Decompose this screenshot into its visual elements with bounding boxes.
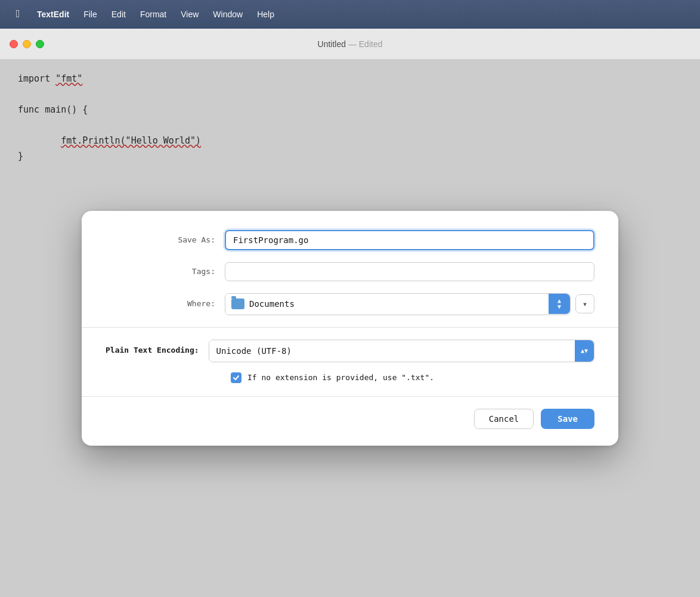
title-name: Untitled	[318, 39, 346, 49]
apple-icon: 	[16, 8, 20, 20]
dialog-body: Save As: Tags: Where:	[82, 211, 618, 315]
encoding-select-wrapper: Unicode (UTF-8) ▲ ▼	[209, 340, 594, 362]
encoding-stepper[interactable]: ▲ ▼	[575, 340, 594, 362]
where-select-wrapper: Documents ▲ ▼	[225, 293, 571, 315]
menu-file[interactable]: File	[78, 7, 103, 21]
window-title: Untitled — Edited	[318, 39, 383, 49]
editor-area[interactable]: import "fmt" func main() { fmt.Println("…	[0, 60, 700, 597]
menubar:  TextEdit File Edit Format View Window …	[0, 0, 700, 29]
save-as-row: Save As:	[106, 230, 594, 250]
encoding-label: Plain Text Encoding:	[106, 344, 199, 357]
checkbox-label: If no extension is provided, use ".txt".	[247, 372, 434, 384]
minimize-button[interactable]	[23, 40, 31, 48]
where-stepper[interactable]: ▲ ▼	[549, 294, 570, 314]
encoding-value: Unicode (UTF-8)	[209, 340, 575, 362]
save-dialog: Save As: Tags: Where:	[82, 211, 618, 446]
checkbox-row: If no extension is provided, use ".txt".	[106, 372, 594, 384]
chevron-down-icon: ▼	[557, 304, 561, 310]
tags-label: Tags:	[106, 266, 225, 278]
titlebar: Untitled — Edited	[0, 29, 700, 60]
save-button[interactable]: Save	[541, 409, 594, 429]
menu-edit[interactable]: Edit	[106, 7, 132, 21]
traffic-lights	[10, 40, 44, 48]
where-value: Documents	[249, 297, 543, 310]
tags-control	[225, 262, 594, 281]
save-as-control	[225, 230, 594, 250]
checkbox-container: If no extension is provided, use ".txt".	[231, 372, 434, 384]
menu-view[interactable]: View	[175, 7, 205, 21]
title-status: — Edited	[348, 39, 383, 49]
apple-menu[interactable]: 	[7, 4, 29, 25]
menu-format[interactable]: Format	[134, 7, 172, 21]
tags-input[interactable]	[225, 262, 594, 281]
dialog-section2: Plain Text Encoding: Unicode (UTF-8) ▲ ▼	[82, 340, 618, 384]
tags-row: Tags:	[106, 262, 594, 281]
dialog-footer: Cancel Save	[82, 396, 618, 446]
section-divider	[82, 327, 618, 328]
close-button[interactable]	[10, 40, 18, 48]
where-expand-button[interactable]: ▾	[575, 294, 594, 313]
menu-window[interactable]: Window	[207, 7, 249, 21]
dialog-overlay: Save As: Tags: Where:	[0, 60, 700, 597]
expand-icon: ▾	[583, 297, 587, 310]
where-control: Documents ▲ ▼ ▾	[225, 293, 594, 315]
folder-icon	[231, 298, 244, 309]
save-as-label: Save As:	[106, 234, 225, 247]
extension-checkbox[interactable]	[231, 372, 241, 383]
cancel-button[interactable]: Cancel	[474, 409, 534, 429]
where-selector-row: Documents ▲ ▼ ▾	[225, 293, 594, 315]
where-row: Where: Documents	[106, 293, 594, 315]
menu-help[interactable]: Help	[251, 7, 280, 21]
where-inner[interactable]: Documents	[225, 294, 549, 314]
maximize-button[interactable]	[36, 40, 44, 48]
save-as-input[interactable]	[225, 230, 594, 250]
stepper-down-icon: ▼	[584, 348, 588, 354]
where-label: Where:	[106, 298, 225, 310]
encoding-row: Plain Text Encoding: Unicode (UTF-8) ▲ ▼	[106, 340, 594, 362]
menu-textedit[interactable]: TextEdit	[31, 7, 75, 21]
checkmark-icon	[233, 374, 240, 381]
